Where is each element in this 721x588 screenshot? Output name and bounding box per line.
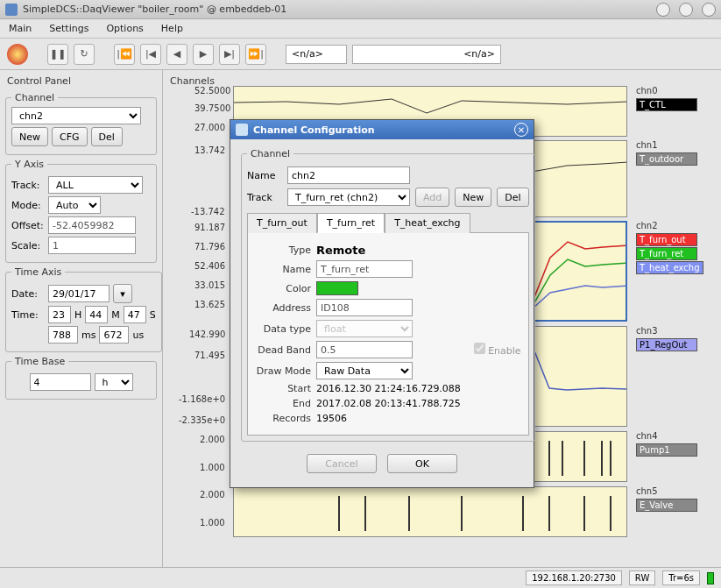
- time-field-right[interactable]: <n/a>: [352, 45, 501, 64]
- dialog-cancel-button: Cancel: [307, 454, 377, 473]
- dlg-track-select[interactable]: T_furn_ret (chn2): [287, 188, 410, 206]
- pause-button[interactable]: ❚❚: [47, 44, 68, 65]
- chn5-legend: E_Valve: [636, 499, 697, 512]
- dialog-title: Channel Configuration: [253, 124, 375, 136]
- chn2-y2: 52.406: [194, 261, 225, 271]
- maximize-button[interactable]: [679, 3, 693, 17]
- dialog-icon: [236, 124, 248, 136]
- tabpane: TypeRemote Name Color Address Data typef…: [247, 232, 529, 436]
- dlg-name-input[interactable]: [287, 166, 410, 184]
- play-back-button[interactable]: ◀: [166, 44, 187, 65]
- chn5-y0: 2.000: [200, 490, 225, 499]
- date-input[interactable]: [48, 285, 110, 302]
- date-picker-button[interactable]: ▾: [113, 284, 132, 303]
- start-value: 2016.12.30 21:24:16.729.088: [316, 383, 461, 394]
- tab-t-furn-ret[interactable]: T_furn_ret: [317, 213, 385, 233]
- dband-input[interactable]: [316, 341, 413, 358]
- control-panel: Control Panel Channel chn2 New CFG Del Y…: [0, 70, 163, 578]
- records-label: Records: [255, 413, 311, 424]
- chn3-legend: P1_RegOut: [636, 338, 697, 351]
- chn1-name: chn1: [636, 140, 658, 150]
- chn5-y1: 1.000: [200, 518, 225, 528]
- titlebar: SimpleDCS::DaqViewer "boiler_room" @ emb…: [0, 0, 721, 19]
- timebase-unit-select[interactable]: h: [95, 373, 133, 391]
- h-unit: H: [74, 309, 81, 321]
- records-value: 19506: [316, 413, 347, 424]
- menu-settings[interactable]: Settings: [49, 23, 88, 34]
- date-label: Date:: [11, 288, 45, 300]
- tab-t-furn-out[interactable]: T_furn_out: [247, 213, 317, 233]
- draw-label: Draw Mode: [255, 365, 311, 377]
- draw-select[interactable]: Raw Data: [316, 362, 413, 379]
- chn0-y2: 27.000: [194, 123, 225, 132]
- scale-input[interactable]: [48, 237, 136, 254]
- app-icon: [5, 4, 18, 16]
- rewind-full-button[interactable]: |⏪: [114, 44, 135, 65]
- dband-label: Dead Band: [255, 344, 311, 356]
- track-select[interactable]: ALL: [48, 176, 143, 194]
- time-s-input[interactable]: [124, 306, 146, 323]
- step-back-button[interactable]: |◀: [140, 44, 161, 65]
- end-label: End: [255, 398, 311, 409]
- dialog-ok-button[interactable]: OK: [387, 454, 457, 473]
- time-us-input[interactable]: [99, 326, 129, 344]
- type-value: Remote: [316, 244, 365, 257]
- chn1-legend: T_outdoor: [636, 152, 697, 166]
- color-swatch[interactable]: [316, 281, 358, 295]
- menu-help[interactable]: Help: [161, 23, 183, 34]
- timeaxis-fieldset: Time Axis Date:▾ Time: H M S ms us: [5, 266, 162, 352]
- tab-t-heat-exchg[interactable]: T_heat_exchg: [385, 213, 470, 233]
- timebase-legend: Time Base: [11, 356, 68, 367]
- channel-select[interactable]: chn2: [11, 107, 141, 124]
- channel-config-dialog: Channel Configuration ✕ Channel Name Tra…: [230, 119, 534, 488]
- channel-del-button[interactable]: Del: [91, 127, 123, 146]
- close-button[interactable]: [702, 3, 716, 17]
- chn2-legend-1: T_furn_ret: [636, 247, 697, 260]
- mode-select[interactable]: Auto: [48, 196, 101, 214]
- chart-chn5[interactable]: [233, 486, 627, 537]
- address-label: Address: [255, 302, 311, 314]
- dialog-channel-fieldset: Channel Name Track T_furn_ret (chn2) Add…: [241, 148, 535, 442]
- step-forward-button[interactable]: ▶|: [219, 44, 240, 65]
- color-label: Color: [255, 283, 311, 294]
- timebase-input[interactable]: [30, 373, 91, 391]
- status-tr: Tr=6s: [662, 570, 700, 585]
- record-button[interactable]: [7, 44, 28, 65]
- minimize-button[interactable]: [656, 3, 670, 17]
- address-input[interactable]: [316, 299, 413, 316]
- offset-input[interactable]: [48, 216, 136, 234]
- menu-main[interactable]: Main: [9, 23, 32, 34]
- time-m-input[interactable]: [85, 306, 108, 323]
- channel-cfg-button[interactable]: CFG: [52, 127, 88, 146]
- chn2-legend-2: T_heat_exchg: [636, 261, 703, 274]
- ms-unit: ms: [81, 329, 95, 341]
- time-h-input[interactable]: [48, 306, 71, 323]
- timebase-fieldset: Time Base h: [5, 356, 157, 400]
- yaxis-legend: Y Axis: [11, 159, 47, 170]
- chn4-y0: 2.000: [200, 435, 225, 444]
- status-led-icon: [707, 572, 714, 584]
- status-rw: RW: [629, 570, 655, 585]
- chn2-name: chn2: [636, 221, 658, 230]
- dialog-titlebar[interactable]: Channel Configuration ✕: [230, 120, 534, 139]
- chn0-name: chn0: [636, 86, 658, 96]
- us-unit: us: [132, 329, 144, 341]
- chn0-y0: 52.5000: [194, 86, 230, 96]
- dialog-close-button[interactable]: ✕: [514, 123, 528, 137]
- chn0-y1: 39.7500: [194, 103, 230, 113]
- m-unit: M: [111, 309, 120, 321]
- forward-full-button[interactable]: ⏩|: [245, 44, 266, 65]
- refresh-button[interactable]: ↻: [74, 44, 95, 65]
- time-field-left[interactable]: <n/a>: [286, 45, 347, 64]
- play-forward-button[interactable]: ▶: [193, 44, 214, 65]
- tname-input[interactable]: [316, 260, 413, 278]
- channel-new-button[interactable]: New: [11, 127, 48, 146]
- chn1-y1: -13.742: [191, 207, 225, 216]
- time-ms-input[interactable]: [48, 326, 78, 344]
- chn4-legend: Pump1: [636, 443, 697, 457]
- menu-options[interactable]: Options: [106, 23, 143, 34]
- dlg-new-button[interactable]: New: [455, 188, 491, 207]
- track-label: Track:: [11, 180, 45, 191]
- dlg-del-button[interactable]: Del: [497, 188, 528, 207]
- toolbar: ❚❚ ↻ |⏪ |◀ ◀ ▶ ▶| ⏩| <n/a> <n/a>: [0, 39, 721, 70]
